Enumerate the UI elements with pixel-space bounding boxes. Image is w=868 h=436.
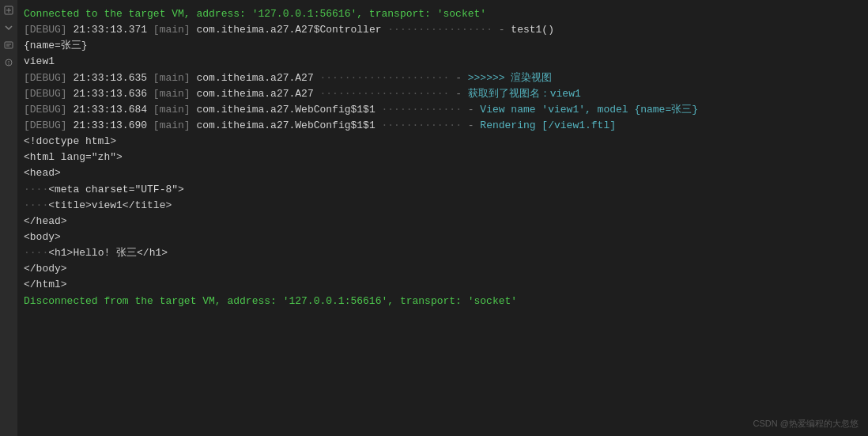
debug-arrow-5: - bbox=[468, 118, 481, 134]
debug-dots-5: ············· bbox=[376, 118, 468, 134]
line-connected: Connected to the target VM, address: '12… bbox=[24, 6, 862, 22]
debug-thread-2 bbox=[147, 70, 153, 86]
debug-label-5: [DEBUG] bbox=[24, 118, 73, 134]
line-debug1: [DEBUG] 21:33:13.371 [main] com.itheima.… bbox=[24, 22, 862, 38]
line-h1: ···· <h1>Hello! 张三</h1> bbox=[24, 245, 862, 261]
gutter-icon-4[interactable] bbox=[3, 57, 14, 68]
line-debug5: [DEBUG] 21:33:13.690 [main] com.itheima.… bbox=[24, 118, 862, 134]
debug-time-5: 21:33:13.690 bbox=[73, 118, 147, 134]
debug-arrow-1: - bbox=[499, 22, 511, 38]
debug-thread-label-5: [main] bbox=[153, 118, 191, 134]
debug-label-1: [DEBUG] bbox=[24, 22, 73, 38]
line-title: ···· <title>view1</title> bbox=[24, 198, 862, 214]
meta-indent: ···· bbox=[24, 182, 48, 198]
meta-text: <meta charset="UTF-8"> bbox=[48, 182, 184, 198]
debug-msg-3: 获取到了视图名：view1 bbox=[468, 86, 581, 102]
html-text: <html lang="zh"> bbox=[24, 150, 123, 165]
debug-thread-3 bbox=[147, 86, 153, 102]
debug-class-2: com.itheima.a27.A27 bbox=[191, 70, 314, 86]
debug-time-3: 21:33:13.636 bbox=[73, 86, 147, 102]
debug-msg-2: >>>>>> 渲染视图 bbox=[468, 70, 553, 86]
debug-class-1: com.itheima.a27.A27$Controller bbox=[191, 22, 382, 38]
gutter-icon-3[interactable] bbox=[3, 40, 14, 51]
debug-time-4: 21:33:13.684 bbox=[73, 102, 147, 118]
debug-thread-5 bbox=[147, 118, 153, 134]
line-view1: view1 bbox=[24, 54, 862, 70]
debug-msg-4: View name 'view1', model {name=张三} bbox=[480, 102, 698, 118]
line-head: <head> bbox=[24, 165, 862, 181]
svg-point-8 bbox=[8, 63, 9, 64]
debug-dots-1: ················· bbox=[382, 22, 499, 38]
debug-time-2: 21:33:13.635 bbox=[73, 70, 147, 86]
content-area: Connected to the target VM, address: '12… bbox=[17, 3, 868, 433]
debug-arrow-3: - bbox=[455, 86, 468, 102]
debug-msg-1: test1() bbox=[511, 22, 554, 38]
debug-class-4: com.itheima.a27.WebConfig$1$1 bbox=[191, 102, 376, 118]
view1-text: view1 bbox=[24, 54, 55, 70]
html-close-text: </html> bbox=[24, 277, 67, 293]
line-debug4: [DEBUG] 21:33:13.684 [main] com.itheima.… bbox=[24, 102, 862, 118]
debug-label-3: [DEBUG] bbox=[24, 86, 73, 102]
debug-dots-3: ····················· bbox=[314, 86, 455, 102]
debug-dots-4: ············· bbox=[376, 102, 468, 118]
gutter-icon-1[interactable] bbox=[3, 5, 14, 16]
body-close-text: </body> bbox=[24, 261, 67, 277]
debug-label-2: [DEBUG] bbox=[24, 70, 73, 86]
line-html-close: </html> bbox=[24, 277, 862, 293]
name-text: {name=张三} bbox=[24, 38, 88, 54]
debug-time-1: 21:33:13.371 bbox=[73, 22, 147, 38]
line-body: <body> bbox=[24, 229, 862, 245]
debug-thread-4 bbox=[147, 102, 153, 118]
debug-arrow-4: - bbox=[468, 102, 481, 118]
console-container: Connected to the target VM, address: '12… bbox=[0, 0, 868, 436]
debug-class-5: com.itheima.a27.WebConfig$1$1 bbox=[191, 118, 376, 134]
line-doctype: <!doctype html> bbox=[24, 134, 862, 150]
disconnected-text: Disconnected from the target VM, address… bbox=[24, 294, 517, 309]
line-debug2: [DEBUG] 21:33:13.635 [main] com.itheima.… bbox=[24, 70, 862, 86]
debug-class-3: com.itheima.a27.A27 bbox=[191, 86, 314, 102]
debug-thread-label-1: [main] bbox=[153, 22, 191, 38]
body-text: <body> bbox=[24, 229, 61, 245]
line-name: {name=张三} bbox=[24, 38, 862, 54]
debug-thread-label-4: [main] bbox=[153, 102, 191, 118]
line-debug3: [DEBUG] 21:33:13.636 [main] com.itheima.… bbox=[24, 86, 862, 102]
debug-thread-label-2: [main] bbox=[153, 70, 191, 86]
h1-indent: ···· bbox=[24, 245, 48, 261]
debug-dots-2: ····················· bbox=[314, 70, 455, 86]
svg-rect-3 bbox=[5, 42, 13, 48]
gutter-icon-2[interactable] bbox=[3, 22, 14, 33]
debug-arrow-2: - bbox=[455, 70, 468, 86]
line-body-close: </body> bbox=[24, 261, 862, 277]
title-indent: ···· bbox=[24, 198, 48, 214]
line-head-close: </head> bbox=[24, 214, 862, 229]
debug-msg-5: Rendering [/view1.ftl] bbox=[480, 118, 616, 134]
doctype-text: <!doctype html> bbox=[24, 134, 116, 150]
h1-text: <h1>Hello! 张三</h1> bbox=[48, 245, 168, 261]
title-text: <title>view1</title> bbox=[48, 198, 172, 214]
head-close-text: </head> bbox=[24, 214, 67, 229]
debug-thread-1 bbox=[147, 22, 153, 38]
left-gutter bbox=[0, 0, 17, 436]
watermark: CSDN @热爱编程的大忽悠 bbox=[753, 418, 859, 430]
connected-text: Connected to the target VM, address: '12… bbox=[24, 6, 486, 22]
line-meta: ···· <meta charset="UTF-8"> bbox=[24, 182, 862, 198]
line-disconnected: Disconnected from the target VM, address… bbox=[24, 294, 862, 309]
line-html: <html lang="zh"> bbox=[24, 150, 862, 165]
head-text: <head> bbox=[24, 165, 61, 181]
debug-thread-label-3: [main] bbox=[153, 86, 191, 102]
debug-label-4: [DEBUG] bbox=[24, 102, 73, 118]
